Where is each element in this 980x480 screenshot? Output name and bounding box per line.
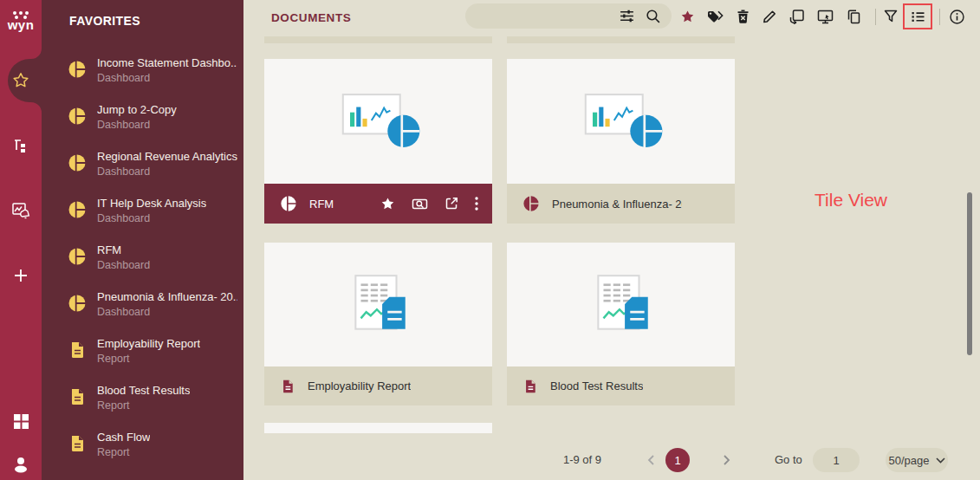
toolbar-divider: [939, 9, 940, 25]
tile-name: Blood Test Results: [550, 379, 643, 392]
favorite-type: Report: [97, 353, 130, 365]
monitor-icon: [817, 9, 834, 24]
tile-thumbnail: [264, 59, 492, 184]
dashboard-pie-icon: [68, 247, 87, 266]
favorite-item[interactable]: Jump to 2-Copy Dashboard: [42, 97, 243, 144]
tune-icon[interactable]: [619, 8, 635, 24]
toolbar-divider: [875, 9, 876, 25]
tile-footer: Employability Report: [264, 366, 492, 405]
favorites-header: FAVORITES: [69, 14, 140, 28]
favorite-type: Dashboard: [97, 72, 150, 84]
sidebar-item-apps[interactable]: [0, 402, 42, 440]
unfavorite-star-icon[interactable]: [380, 196, 396, 212]
duplicate-button[interactable]: [786, 5, 808, 28]
star-icon: [679, 9, 696, 25]
dashboard-pie-icon: [522, 195, 540, 212]
favorite-title: Income Statement Dashbo...: [97, 56, 237, 69]
filter-button[interactable]: [879, 5, 902, 28]
partial-tile-above: [507, 36, 735, 43]
favorite-title: Jump to 2-Copy: [97, 103, 177, 116]
plus-icon: [13, 268, 29, 283]
document-tile-employability[interactable]: Employability Report: [264, 243, 492, 405]
favorite-item[interactable]: Cash Flow Report: [42, 425, 243, 471]
favorite-item[interactable]: Pneumonia & Influenza- 20... Dashboard: [42, 284, 243, 331]
favorite-item[interactable]: Regional Revenue Analytics Dashboard: [42, 144, 243, 191]
report-doc-icon: [280, 378, 295, 395]
favorite-title: Cash Flow: [97, 431, 150, 444]
sidebar-item-account[interactable]: [0, 445, 42, 480]
grid-icon: [13, 413, 29, 430]
favorite-star-button[interactable]: [676, 5, 698, 28]
partial-tile-below: [264, 423, 492, 433]
tree-icon: [13, 138, 29, 153]
next-page-button[interactable]: [717, 451, 735, 469]
open-in-new-icon[interactable]: [444, 196, 459, 211]
pagination-range: 1-9 of 9: [548, 453, 617, 466]
search-input[interactable]: [477, 3, 616, 29]
kebab-menu-icon[interactable]: [474, 196, 479, 211]
monitor-button[interactable]: [814, 5, 836, 28]
favorite-item[interactable]: Blood Test Results Report: [42, 378, 243, 425]
dashboard-pie-icon: [68, 60, 87, 79]
document-tile-rfm[interactable]: RFM: [264, 59, 492, 224]
sidebar-item-categories[interactable]: [0, 126, 42, 165]
logo-dots: [13, 11, 29, 15]
search-icon[interactable]: [645, 8, 661, 24]
info-button[interactable]: [945, 5, 968, 28]
documents-main: DOCUMENTS: [243, 0, 980, 480]
favorite-title: Regional Revenue Analytics: [97, 150, 237, 163]
tile-name: RFM: [309, 198, 334, 211]
favorite-title: Pneumonia & Influenza- 20...: [97, 290, 237, 303]
filter-icon: [883, 9, 899, 24]
search-folder-icon[interactable]: [411, 196, 429, 211]
favorite-item[interactable]: Income Statement Dashbo... Dashboard: [42, 50, 243, 97]
goto-page-field[interactable]: [813, 448, 860, 472]
sidebar-item-monitoring[interactable]: [0, 191, 42, 230]
page-number-button[interactable]: 1: [665, 448, 690, 472]
logo-text: wyn: [8, 19, 35, 30]
delete-button[interactable]: [731, 5, 754, 28]
dashboard-pie-icon: [68, 107, 87, 126]
document-tile-blood-test[interactable]: Blood Test Results: [507, 243, 735, 405]
favorite-type: Dashboard: [97, 306, 150, 318]
favorite-item[interactable]: RFM Dashboard: [42, 237, 243, 284]
page-size-select[interactable]: 50/page: [886, 448, 948, 472]
star-icon: [11, 71, 30, 90]
tile-footer: Blood Test Results: [507, 366, 735, 405]
document-tile-pneumonia[interactable]: Pneumonia & Influenza- 2010-2...: [507, 59, 735, 224]
favorite-type: Dashboard: [97, 165, 150, 178]
wyn-logo[interactable]: wyn: [0, 0, 42, 42]
report-doc-icon: [68, 341, 87, 360]
edit-icon: [762, 9, 777, 24]
page-size-value: 50/page: [889, 454, 930, 467]
tags-icon: [706, 9, 724, 24]
favorites-panel: FAVORITES Income Statement Dashbo... Das…: [42, 0, 243, 480]
favorite-type: Dashboard: [97, 259, 150, 271]
dashboard-thumbnail-icon: [574, 92, 668, 151]
favorite-title: Blood Test Results: [97, 384, 190, 397]
dashboard-pie-icon: [68, 200, 87, 219]
favorite-type: Report: [97, 399, 130, 412]
tags-button[interactable]: [704, 5, 726, 28]
copy-icon: [846, 9, 861, 24]
dashboard-thumbnail-icon: [332, 92, 425, 151]
left-rail: wyn: [0, 0, 42, 480]
prev-page-button[interactable]: [643, 451, 660, 469]
favorite-type: Report: [97, 446, 130, 458]
goto-page-input[interactable]: [813, 448, 860, 472]
partial-tile-above: [264, 36, 492, 43]
edit-button[interactable]: [758, 5, 781, 28]
report-doc-icon: [68, 434, 87, 453]
sidebar-item-favorites[interactable]: [0, 62, 42, 100]
copy-button[interactable]: [842, 5, 865, 28]
favorite-item[interactable]: Employability Report Report: [42, 331, 243, 378]
duplicate-icon: [789, 9, 805, 24]
dashboard-pie-icon: [280, 195, 297, 212]
sidebar-item-create-new[interactable]: [0, 256, 42, 295]
report-thumbnail-icon: [586, 274, 657, 336]
view-mode-button-highlighted[interactable]: [903, 3, 932, 29]
favorite-item[interactable]: IT Help Desk Analysis Dashboard: [42, 191, 243, 237]
scrollbar-thumb[interactable]: [967, 192, 972, 355]
search-bar[interactable]: [465, 3, 672, 29]
tile-actions: [380, 196, 492, 212]
